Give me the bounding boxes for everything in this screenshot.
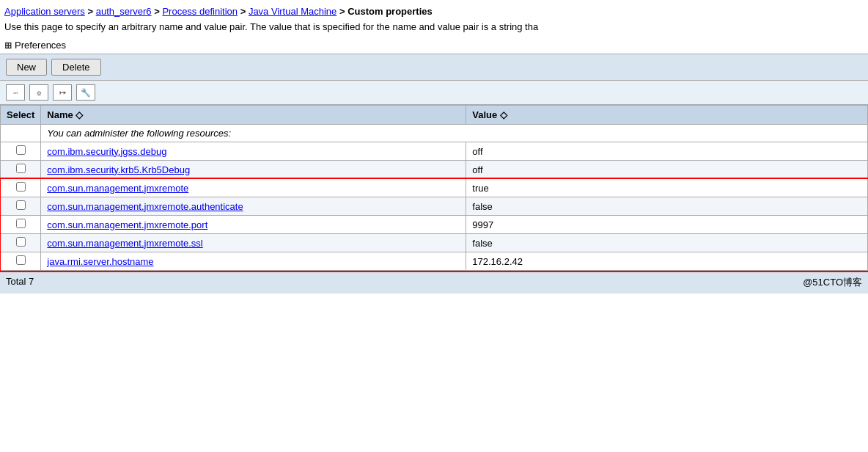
row4-name-cell: com.sun.management.jmxremote.authenticat… (41, 197, 466, 216)
breadcrumb-current: Custom properties (347, 6, 433, 17)
row1-name-link[interactable]: com.ibm.security.jgss.debug (47, 146, 166, 157)
row7-name-cell: java.rmi.server.hostname (41, 252, 466, 271)
page-container: Application servers > auth_server6 > Pro… (0, 0, 868, 452)
breadcrumb-link-jvm[interactable]: Java Virtual Machine (249, 6, 336, 17)
table-row: java.rmi.server.hostname 172.16.2.42 (1, 252, 868, 271)
sort-rows-icon[interactable]: ⤅ (53, 84, 72, 101)
row7-name-link[interactable]: java.rmi.server.hostname (47, 256, 153, 267)
row4-name-link[interactable]: com.sun.management.jmxremote.authenticat… (47, 201, 243, 212)
preferences-section[interactable]: ⊞ Preferences (0, 37, 868, 54)
table-row: com.ibm.security.jgss.debug off (1, 142, 868, 161)
icon-toolbar: ⎓ ⎒ ⤅ 🔧 (0, 81, 868, 105)
table-wrapper: Select Name ◇ Value ◇ You can administer… (0, 105, 868, 271)
row7-checkbox-cell (1, 252, 41, 271)
breadcrumb-link-process-def[interactable]: Process definition (162, 6, 238, 17)
breadcrumb-sep-1: > (87, 6, 95, 17)
preferences-label: Preferences (15, 40, 66, 51)
administer-message: You can administer the following resourc… (41, 125, 868, 142)
row6-checkbox[interactable] (16, 237, 26, 247)
row2-checkbox[interactable] (16, 164, 26, 173)
watermark: @51CTO博客 (803, 276, 862, 289)
row2-name-link[interactable]: com.ibm.security.krb5.Krb5Debug (47, 164, 190, 175)
breadcrumb-sep-4: > (339, 6, 347, 17)
row1-name-cell: com.ibm.security.jgss.debug (41, 142, 466, 161)
page-description: Use this page to specify an arbitrary na… (0, 20, 868, 37)
breadcrumb-sep-3: > (240, 6, 249, 17)
properties-table: Select Name ◇ Value ◇ You can administer… (0, 105, 868, 271)
breadcrumb-sep-2: > (154, 6, 162, 17)
col-header-select: Select (1, 106, 41, 125)
row7-value-cell: 172.16.2.42 (466, 252, 868, 271)
row6-checkbox-cell (1, 234, 41, 252)
row2-name-cell: com.ibm.security.krb5.Krb5Debug (41, 161, 466, 179)
row3-name-cell: com.sun.management.jmxremote (41, 179, 466, 197)
row5-name-link[interactable]: com.sun.management.jmxremote.port (47, 219, 207, 230)
row5-checkbox[interactable] (16, 219, 26, 228)
filter-rows-icon[interactable]: 🔧 (76, 84, 95, 101)
footer: Total 7 @51CTO博客 (0, 271, 868, 294)
copy-rows-icon[interactable]: ⎓ (6, 84, 25, 101)
col-header-name[interactable]: Name ◇ (41, 106, 466, 125)
row5-name-cell: com.sun.management.jmxremote.port (41, 216, 466, 234)
total-count: Total 7 (6, 276, 34, 289)
table-row: com.sun.management.jmxremote.authenticat… (1, 197, 868, 216)
preferences-toggle-icon: ⊞ (4, 40, 12, 51)
toolbar: New Delete (0, 54, 868, 81)
table-row: com.sun.management.jmxremote.port 9997 (1, 216, 868, 234)
breadcrumb-link-auth-server6[interactable]: auth_server6 (96, 6, 152, 17)
row4-checkbox-cell (1, 197, 41, 216)
breadcrumb-link-application-servers[interactable]: Application servers (4, 6, 85, 17)
new-button[interactable]: New (6, 59, 47, 76)
row2-value-cell: off (466, 161, 868, 179)
row6-value-cell: false (466, 234, 868, 252)
row7-checkbox[interactable] (16, 255, 26, 265)
row3-value-cell: true (466, 179, 868, 197)
row5-value-cell: 9997 (466, 216, 868, 234)
row1-checkbox[interactable] (16, 145, 26, 155)
row4-value-cell: false (466, 197, 868, 216)
delete-button[interactable]: Delete (51, 59, 101, 76)
row1-value-cell: off (466, 142, 868, 161)
row3-checkbox[interactable] (16, 182, 26, 192)
administer-empty-cell (1, 125, 41, 142)
administer-message-row: You can administer the following resourc… (1, 125, 868, 142)
row5-checkbox-cell (1, 216, 41, 234)
table-row: com.sun.management.jmxremote.ssl false (1, 234, 868, 252)
row3-checkbox-cell (1, 179, 41, 197)
paste-rows-icon[interactable]: ⎒ (29, 84, 48, 101)
row6-name-link[interactable]: com.sun.management.jmxremote.ssl (47, 238, 202, 249)
row2-checkbox-cell (1, 161, 41, 179)
row6-name-cell: com.sun.management.jmxremote.ssl (41, 234, 466, 252)
table-row: com.ibm.security.krb5.Krb5Debug off (1, 161, 868, 179)
row1-checkbox-cell (1, 142, 41, 161)
breadcrumb: Application servers > auth_server6 > Pro… (0, 0, 868, 20)
row3-name-link[interactable]: com.sun.management.jmxremote (47, 183, 188, 194)
row4-checkbox[interactable] (16, 200, 26, 210)
table-row: com.sun.management.jmxremote true (1, 179, 868, 197)
col-header-value[interactable]: Value ◇ (466, 106, 868, 125)
table-header-row: Select Name ◇ Value ◇ (1, 106, 868, 125)
